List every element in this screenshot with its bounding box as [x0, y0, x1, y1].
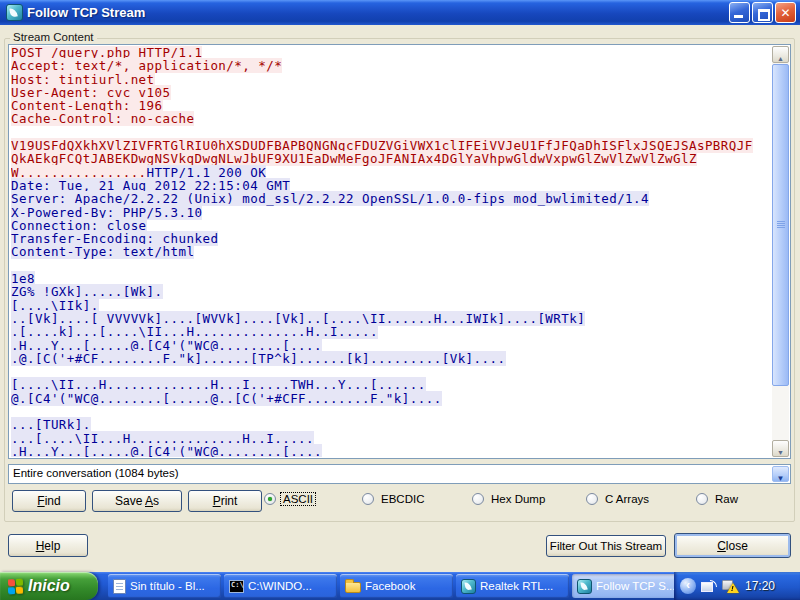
- stream-line: Connection: close: [11, 219, 770, 232]
- stream-line: Cache-Control: no-cache: [11, 112, 770, 125]
- tray-chevron-icon[interactable]: ‹: [680, 578, 696, 594]
- stream-line: .@.[C('+#CF........F."k]......[TP^k]....…: [11, 352, 770, 365]
- stream-line: Date: Tue, 21 Aug 2012 22:15:04 GMT: [11, 179, 770, 192]
- stream-line: ...[TURk].: [11, 418, 770, 431]
- action-row: FindSave AsPrintASCIIEBCDICHex DumpC Arr…: [0, 489, 800, 513]
- wireshark-icon: [6, 4, 23, 21]
- radio-ascii[interactable]: ASCII: [264, 493, 315, 505]
- radio-circle-icon[interactable]: [362, 493, 374, 505]
- chevron-down-icon[interactable]: [772, 466, 789, 482]
- group-label: Stream Content: [10, 31, 97, 43]
- screen: Follow TCP Stream Stream Content POST /q…: [0, 0, 800, 600]
- notepad-icon: [113, 579, 126, 594]
- stream-text: POST /query.php HTTP/1.1Accept: text/*, …: [11, 46, 770, 457]
- stream-line: [....\II...H.............H...I.....TWH..…: [11, 378, 770, 391]
- stream-line: ..[Vk]....[_VVVVVk]....[WVVk]....[Vk]..[…: [11, 312, 770, 325]
- taskbar-item-label: C:\WINDO...: [248, 580, 312, 592]
- close-window-button[interactable]: [775, 2, 796, 23]
- stream-line: @.[C4'("WC@........[.....@..[C('+#CFF...…: [11, 392, 770, 405]
- stream-line: 1e8: [11, 272, 770, 285]
- close-button[interactable]: Close: [674, 533, 791, 558]
- radio-hex-dump[interactable]: Hex Dump: [472, 493, 547, 505]
- stream-line: .[....k]...[....\II...H..............H..…: [11, 325, 770, 338]
- wireshark-icon: [577, 579, 592, 594]
- folder-icon: [345, 582, 361, 593]
- stream-line: [11, 126, 770, 139]
- taskbar-item-label: Sin título - Bl...: [130, 580, 205, 592]
- window-title: Follow TCP Stream: [27, 5, 729, 20]
- stream-content-area[interactable]: POST /query.php HTTP/1.1Accept: text/*, …: [8, 44, 791, 459]
- network-icon[interactable]: [701, 580, 717, 593]
- stream-line: QkAEkgFCQtJABEKDwgNSVkqDwgNLwJbUF9XU1EaD…: [11, 152, 770, 165]
- radio-label: EBCDIC: [379, 493, 426, 505]
- radio-circle-icon[interactable]: [586, 493, 598, 505]
- taskbar-item-label: Follow TCP S...: [596, 580, 675, 592]
- radio-label: ASCII: [281, 493, 315, 505]
- filter-out-button[interactable]: Filter Out This Stream: [546, 535, 666, 557]
- stream-line: [11, 405, 770, 418]
- stream-line: ZG% !GXk].....[Wk].: [11, 285, 770, 298]
- stream-line: Transfer-Encoding: chunked: [11, 232, 770, 245]
- window-controls: [729, 2, 796, 23]
- stream-line: User-Agent: cvc_v105: [11, 86, 770, 99]
- stream-line: [....\IIk].: [11, 299, 770, 312]
- stream-line: [11, 259, 770, 272]
- scrollbar-thumb[interactable]: [772, 64, 789, 386]
- radio-circle-icon[interactable]: [696, 493, 708, 505]
- print-button[interactable]: Print: [188, 490, 262, 512]
- taskbar-item[interactable]: Realtek RTL...: [456, 574, 569, 598]
- taskbar: Inicio Sin título - Bl...C:\WINDO...Face…: [0, 572, 800, 600]
- taskbar-clock: 17:20: [745, 579, 775, 593]
- windows-logo-icon: [8, 578, 23, 594]
- taskbar-item-label: Realtek RTL...: [480, 580, 553, 592]
- radio-circle-icon[interactable]: [472, 493, 484, 505]
- help-button[interactable]: Help: [8, 534, 88, 557]
- stream-line: ...[....\II...H..............H..I.....: [11, 432, 770, 445]
- taskbar-item[interactable]: C:\WINDO...: [224, 574, 337, 598]
- stream-line: .H...Y...[.....@.[C4'("WC@........[....: [11, 339, 770, 352]
- cmd-icon: [229, 580, 244, 593]
- stream-line: Host: tintiurl.net: [11, 73, 770, 86]
- scroll-down-button[interactable]: [772, 440, 789, 457]
- stream-line: Server: Apache/2.2.22 (Unix) mod_ssl/2.2…: [11, 192, 770, 205]
- titlebar[interactable]: Follow TCP Stream: [0, 0, 800, 25]
- vertical-scrollbar[interactable]: [772, 46, 789, 457]
- conversation-dropdown[interactable]: Entire conversation (1084 bytes): [8, 464, 791, 484]
- taskbar-items: Sin título - Bl...C:\WINDO...FacebookRea…: [108, 574, 688, 598]
- stream-line: X-Powered-By: PHP/5.3.10: [11, 206, 770, 219]
- dialog-body: Stream Content POST /query.php HTTP/1.1A…: [0, 25, 800, 572]
- radio-raw[interactable]: Raw: [696, 493, 740, 505]
- radio-label: Raw: [713, 493, 740, 505]
- dropdown-value: Entire conversation (1084 bytes): [13, 467, 179, 479]
- stream-line: Content-Type: text/html: [11, 245, 770, 258]
- scroll-up-button[interactable]: [772, 46, 789, 63]
- stream-line: POST /query.php HTTP/1.1: [11, 46, 770, 59]
- radio-ebcdic[interactable]: EBCDIC: [362, 493, 426, 505]
- stream-line: [11, 365, 770, 378]
- taskbar-item[interactable]: Follow TCP S...: [572, 574, 685, 598]
- start-button[interactable]: Inicio: [0, 572, 98, 600]
- taskbar-item-label: Facebook: [365, 580, 416, 592]
- stream-line: W................HTTP/1.1 200 OK: [11, 166, 770, 179]
- restore-button[interactable]: [752, 2, 773, 23]
- stream-line: Accept: text/*, application/*, */*: [11, 59, 770, 72]
- warning-icon[interactable]: [722, 579, 739, 593]
- taskbar-item[interactable]: Facebook: [340, 574, 453, 598]
- find-button[interactable]: Find: [12, 490, 86, 512]
- minimize-button[interactable]: [729, 2, 750, 23]
- radio-label: C Arrays: [603, 493, 651, 505]
- stream-line: V19USFdQXkhXVlZIVFRTGlRIU0hXSDUDFBAPBQNG…: [11, 139, 770, 152]
- radio-label: Hex Dump: [489, 493, 547, 505]
- taskbar-item[interactable]: Sin título - Bl...: [108, 574, 221, 598]
- start-label: Inicio: [28, 577, 70, 595]
- wireshark-icon: [461, 579, 476, 594]
- save-as-button[interactable]: Save As: [92, 490, 182, 512]
- system-tray: ‹ 17:20: [674, 572, 800, 600]
- radio-circle-icon[interactable]: [264, 493, 276, 505]
- stream-line: .H...Y...[.....@.[C4'("WC@........[....: [11, 445, 770, 457]
- stream-line: Content-Length: 196: [11, 99, 770, 112]
- radio-c-arrays[interactable]: C Arrays: [586, 493, 651, 505]
